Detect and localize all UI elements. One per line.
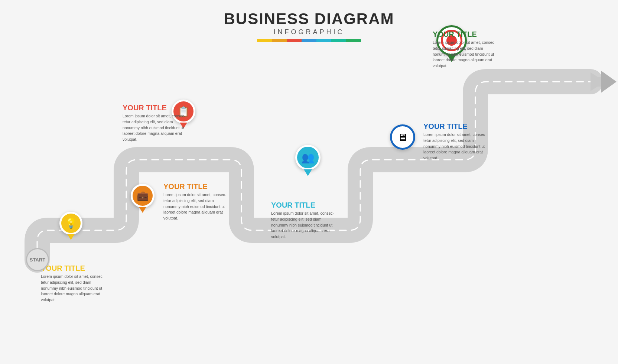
start-circle: START	[26, 248, 49, 271]
color-bar-blue	[302, 39, 316, 42]
road-svg	[0, 0, 618, 364]
info-text-4: Lorem ipsum dolor sit amet, consec-tetur…	[271, 211, 336, 240]
pin2-marker: 💼	[131, 184, 154, 213]
info-title-2: YOUR TITLE	[163, 182, 228, 191]
page-title: BUSINESS DIAGRAM	[0, 10, 618, 27]
svg-rect-1	[591, 77, 602, 87]
info-title-1: YOUR TITLE	[41, 264, 106, 273]
pin1-marker: 💡	[59, 212, 82, 240]
pin5-circle: 🖥	[390, 124, 415, 150]
info-block-2: YOUR TITLE Lorem ipsum dolor sit amet, c…	[163, 182, 228, 221]
color-bar-orange	[272, 39, 287, 42]
pin4-tail	[304, 169, 312, 176]
info-block-1: YOUR TITLE Lorem ipsum dolor sit amet, c…	[41, 264, 106, 303]
color-bar-teal	[331, 39, 346, 42]
pin1-tail	[67, 234, 75, 240]
color-bar	[0, 39, 618, 42]
info-title-3: YOUR TITLE	[123, 103, 188, 112]
color-bar-green	[346, 39, 361, 42]
info-block-3: YOUR TITLE Lorem ipsum dolor sit amet, c…	[123, 103, 188, 143]
page-subtitle: INFOGRAPHIC	[0, 28, 618, 36]
header: BUSINESS DIAGRAM INFOGRAPHIC	[0, 0, 618, 42]
color-bar-red	[287, 39, 302, 42]
color-bar-yellow	[257, 39, 272, 42]
pin2-tail	[139, 207, 146, 213]
pin4-circle: 👥	[295, 145, 321, 170]
info-text-2: Lorem ipsum dolor sit amet, consec-tetur…	[163, 192, 228, 221]
color-bar-cyan	[316, 39, 331, 42]
info-block-4: YOUR TITLE Lorem ipsum dolor sit amet, c…	[271, 201, 336, 240]
info-block-5: YOUR TITLE Lorem ipsum dolor sit amet, c…	[423, 122, 488, 161]
pin2-circle: 💼	[131, 184, 154, 208]
svg-marker-2	[601, 71, 617, 93]
pin1-circle: 💡	[59, 212, 82, 235]
info-title-5: YOUR TITLE	[423, 122, 488, 131]
info-text-1: Lorem ipsum dolor sit amet, consec-tetur…	[41, 274, 106, 303]
pin4-marker: 👥	[295, 145, 321, 176]
info-text-5: Lorem ipsum dolor sit amet, consec-tetur…	[423, 132, 488, 161]
start-label: START	[30, 257, 45, 263]
main-container: BUSINESS DIAGRAM INFOGRAPHIC START 💡	[0, 0, 618, 364]
info-text-6: Lorem ipsum dolor sit amet, consec-tetur…	[433, 40, 500, 69]
info-text-3: Lorem ipsum dolor sit amet, consec-tetur…	[123, 113, 188, 143]
pin5-marker: 🖥	[390, 124, 415, 150]
info-title-4: YOUR TITLE	[271, 201, 336, 209]
